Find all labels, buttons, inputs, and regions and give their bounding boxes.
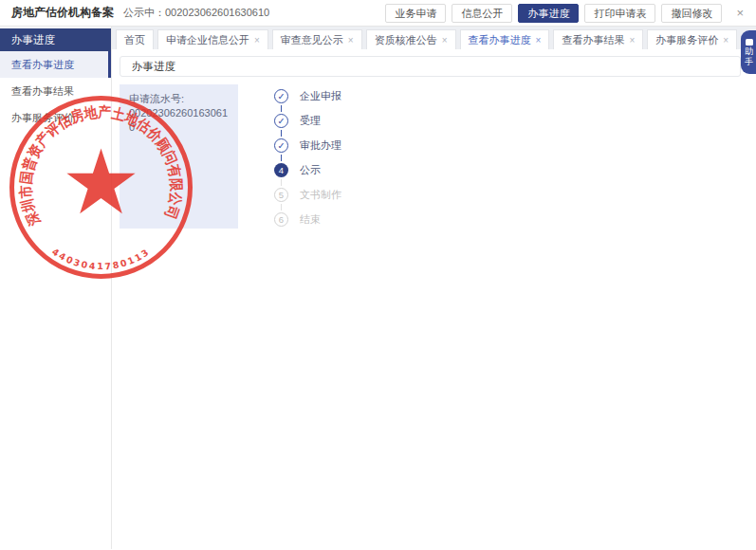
serial-panel: 申请流水号: 002023062601630610 <box>120 84 238 229</box>
tab-label: 办事服务评价 <box>655 33 718 47</box>
progress-flow: 申请流水号: 002023062601630610 ✓ 企业申报 ✓ 受理 <box>120 84 756 229</box>
serial-label: 申请流水号: <box>129 92 229 106</box>
tab-view-result[interactable]: 查看办事结果× <box>553 29 643 49</box>
tab-label: 查看办事进度 <box>469 33 531 47</box>
status-text: 公示中：002023062601630610 <box>123 6 269 20</box>
tab-close-icon[interactable]: × <box>442 35 448 46</box>
pending-step-icon: 5 <box>274 188 288 202</box>
check-circle-icon: ✓ <box>274 89 288 103</box>
tab-label: 资质核准公告 <box>375 33 437 47</box>
pending-step-icon: 6 <box>274 212 288 227</box>
withdraw-edit-button[interactable]: 撤回修改 <box>661 4 722 23</box>
step-label: 审批办理 <box>300 138 341 153</box>
tab-close-icon[interactable]: × <box>348 35 354 46</box>
sidebar-item-view-result[interactable]: 查看办事结果 <box>0 78 111 104</box>
step-label: 公示 <box>300 163 321 177</box>
step-connector <box>281 179 282 186</box>
tab-label: 查看办事结果 <box>562 33 624 47</box>
status-prefix: 公示中： <box>123 7 165 18</box>
sidebar-item-service-rating[interactable]: 办事服务评价 <box>0 104 111 131</box>
step-finished: 6 结束 <box>274 212 341 227</box>
sidebar-item-view-progress[interactable]: 查看办事进度 <box>0 51 111 78</box>
step-public-notice: 4 公示 <box>274 163 341 177</box>
tab-close-icon[interactable]: × <box>629 35 635 46</box>
current-step-icon: 4 <box>274 163 288 177</box>
step-connector <box>281 105 282 112</box>
step-approval: ✓ 审批办理 <box>274 138 341 153</box>
assistant-label-top: 助 <box>745 46 753 56</box>
info-disclosure-button[interactable]: 信息公开 <box>452 4 512 23</box>
sidebar: 办事进度 查看办事进度 查看办事结果 办事服务评价 <box>0 27 112 549</box>
check-circle-icon: ✓ <box>274 114 288 128</box>
tab-label: 首页 <box>124 33 145 47</box>
close-icon[interactable]: × <box>733 4 747 23</box>
step-label: 结束 <box>300 212 321 227</box>
step-connector <box>281 204 282 211</box>
step-connector <box>281 155 282 161</box>
tab-close-icon[interactable]: × <box>536 35 542 46</box>
tab-qualification-notice[interactable]: 资质核准公告× <box>366 29 456 49</box>
tab-view-progress[interactable]: 查看办事进度× <box>460 29 550 49</box>
chat-icon <box>746 39 753 46</box>
top-header: 房地产估价机构备案 公示中：002023062601630610 业务申请 信息… <box>0 0 756 27</box>
check-circle-icon: ✓ <box>274 138 288 153</box>
sidebar-header: 办事进度 <box>0 28 111 51</box>
progress-steps: ✓ 企业申报 ✓ 受理 ✓ 审批办理 <box>274 84 341 229</box>
tab-label: 申请企业信息公开 <box>166 33 249 47</box>
step-enterprise-declare: ✓ 企业申报 <box>274 89 341 103</box>
step-label: 企业申报 <box>300 89 341 103</box>
tab-label: 审查意见公示 <box>281 33 343 47</box>
step-label: 受理 <box>300 114 321 128</box>
page-title: 房地产估价机构备案 <box>11 5 114 21</box>
step-connector <box>281 130 282 137</box>
assistant-label-bottom: 手 <box>745 57 753 66</box>
business-apply-button[interactable]: 业务申请 <box>385 4 446 23</box>
step-label: 文书制作 <box>300 188 341 202</box>
step-accepted: ✓ 受理 <box>274 114 341 128</box>
panel-title: 办事进度 <box>120 56 741 77</box>
progress-button[interactable]: 办事进度 <box>518 4 579 23</box>
step-document-making: 5 文书制作 <box>274 188 341 202</box>
tab-review-opinion[interactable]: 审查意见公示× <box>272 29 362 49</box>
print-application-button[interactable]: 打印申请表 <box>584 4 655 23</box>
main-area: 首页 申请企业信息公开× 审查意见公示× 资质核准公告× 查看办事进度× 查看办… <box>112 27 756 549</box>
assistant-badge[interactable]: 助 手 <box>741 30 756 74</box>
tab-bar: 首页 申请企业信息公开× 审查意见公示× 资质核准公告× 查看办事进度× 查看办… <box>112 27 756 49</box>
tab-service-rating[interactable]: 办事服务评价× <box>647 29 737 49</box>
serial-value: 002023062601630610 <box>129 106 229 135</box>
app-window: 房地产估价机构备案 公示中：002023062601630610 业务申请 信息… <box>0 0 756 550</box>
tab-company-info-disclosure[interactable]: 申请企业信息公开× <box>157 29 268 49</box>
tab-close-icon[interactable]: × <box>254 35 260 46</box>
tab-close-icon[interactable]: × <box>723 35 728 46</box>
status-serial-number: 002023062601630610 <box>165 7 269 18</box>
header-actions: 业务申请 信息公开 办事进度 打印申请表 撤回修改 × <box>385 4 747 23</box>
tab-content: 办事进度 申请流水号: 002023062601630610 ✓ 企业申报 <box>112 49 756 549</box>
tab-home[interactable]: 首页 <box>116 29 154 49</box>
